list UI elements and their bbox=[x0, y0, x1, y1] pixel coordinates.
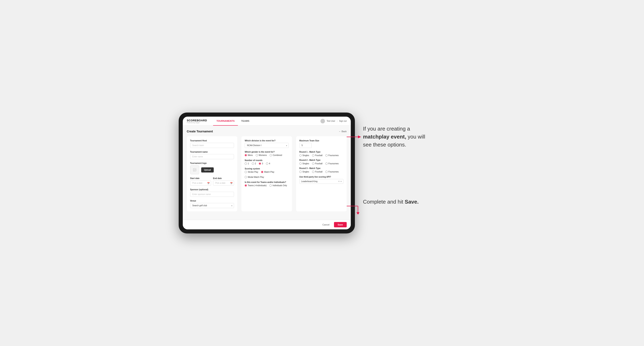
division-select[interactable]: NCAA Division I bbox=[245, 143, 289, 148]
round3-match-type-section: Round 3 - Match Type Singles Fourball bbox=[299, 167, 344, 173]
gender-mens-radio[interactable] bbox=[245, 154, 247, 156]
start-date-label: Start date bbox=[190, 177, 211, 179]
max-team-size-input[interactable] bbox=[299, 143, 312, 148]
scoring-group: Scoring system Stroke Play Match Play bbox=[245, 168, 289, 178]
gender-combined[interactable]: Combined bbox=[270, 154, 282, 156]
round3-foursomes-radio[interactable] bbox=[326, 171, 328, 173]
round2-foursomes-radio[interactable] bbox=[326, 163, 328, 165]
round2-singles-radio[interactable] bbox=[299, 163, 302, 165]
round-4[interactable]: 4 bbox=[266, 163, 270, 165]
tournament-logo-group: Tournament logo Upload bbox=[190, 162, 234, 174]
stroke-play-radio[interactable] bbox=[245, 171, 247, 173]
round-3-radio[interactable] bbox=[259, 163, 261, 165]
end-date-wrapper: 📅 bbox=[213, 180, 234, 185]
api-chevron-icon[interactable]: ▾ bbox=[340, 180, 342, 182]
round1-singles-radio[interactable] bbox=[299, 154, 302, 157]
calendar-icon: 📅 bbox=[207, 182, 210, 184]
teams-plus-radio[interactable] bbox=[245, 184, 247, 187]
round-1[interactable]: 1 bbox=[245, 163, 249, 165]
annotation-bottom: Complete and hit Save. bbox=[363, 198, 424, 206]
svg-marker-6 bbox=[356, 212, 360, 214]
scoring-radio-group: Stroke Play Match Play Medal Match Play bbox=[245, 171, 289, 178]
individuals-only-radio[interactable] bbox=[270, 184, 272, 187]
annotation-top: If you are creating a matchplay event, y… bbox=[363, 125, 433, 149]
round3-foursomes[interactable]: Foursomes bbox=[326, 171, 339, 173]
round1-fourball-radio[interactable] bbox=[312, 154, 314, 157]
round2-fourball[interactable]: Fourball bbox=[312, 163, 322, 165]
round3-singles[interactable]: Singles bbox=[299, 171, 309, 173]
tab-tournaments[interactable]: TOURNAMENTS bbox=[213, 117, 238, 126]
medal-match-play-radio[interactable] bbox=[245, 176, 247, 178]
round1-radio-group: Singles Fourball Foursomes bbox=[299, 154, 344, 157]
left-column: Tournament Host Tournament name Tourname… bbox=[187, 136, 238, 211]
gender-label: Which gender is the event for? bbox=[245, 151, 289, 153]
tournament-host-input[interactable] bbox=[190, 143, 234, 148]
round2-match-type-section: Round 2 - Match Type Singles Fourball bbox=[299, 159, 344, 165]
sponsor-input[interactable] bbox=[190, 192, 234, 197]
api-clear-icon[interactable]: ✕ bbox=[338, 180, 340, 182]
annotation-bottom-text: Complete and hit Save. bbox=[363, 199, 419, 205]
round2-singles[interactable]: Singles bbox=[299, 163, 309, 165]
max-team-size-group: Maximum Team Size bbox=[299, 140, 344, 148]
round3-match-type-label: Round 3 - Match Type bbox=[299, 167, 344, 170]
round1-match-type-label: Round 1 - Match Type bbox=[299, 151, 344, 153]
calendar-icon-end: 📅 bbox=[230, 182, 232, 184]
tablet-frame: SCOREBOARD Powered by clippit TOURNAMENT… bbox=[179, 113, 355, 233]
api-select-wrapper[interactable]: Leaderboard King ✕ ▾ bbox=[299, 179, 344, 184]
start-date-group: Start date 📅 bbox=[190, 177, 211, 185]
round-2[interactable]: 2 bbox=[252, 163, 256, 165]
round-4-radio[interactable] bbox=[266, 163, 268, 165]
round1-match-type-section: Round 1 - Match Type Singles Fourball bbox=[299, 151, 344, 157]
round-1-radio[interactable] bbox=[245, 163, 247, 165]
individuals-only[interactable]: Individuals Only bbox=[270, 184, 287, 187]
stroke-play[interactable]: Stroke Play bbox=[245, 171, 258, 173]
teams-radio-group: Teams (+Individuals) Individuals Only bbox=[245, 184, 289, 187]
back-link[interactable]: ← Back bbox=[339, 130, 347, 133]
gender-group: Which gender is the event for? Mens Wome… bbox=[245, 151, 289, 156]
api-label: Use third-party live scoring API? bbox=[299, 176, 344, 178]
teams-plus-individuals[interactable]: Teams (+Individuals) bbox=[245, 184, 266, 187]
tournament-name-input[interactable] bbox=[190, 154, 234, 159]
upload-button[interactable]: Upload bbox=[201, 167, 214, 173]
logo-preview bbox=[190, 165, 199, 174]
round-3[interactable]: 3 bbox=[259, 163, 263, 165]
gender-womens[interactable]: Womens bbox=[256, 154, 267, 156]
tournament-host-group: Tournament Host bbox=[190, 140, 234, 148]
round1-foursomes-radio[interactable] bbox=[326, 154, 328, 157]
annotation-top-text: If you are creating a matchplay event, y… bbox=[363, 126, 425, 148]
division-group: Which division is the event for? NCAA Di… bbox=[245, 140, 289, 148]
avatar bbox=[320, 119, 325, 123]
division-select-wrapper: NCAA Division I bbox=[245, 143, 289, 148]
round1-singles[interactable]: Singles bbox=[299, 154, 309, 157]
round1-fourball[interactable]: Fourball bbox=[312, 154, 322, 157]
sign-out-link[interactable]: Sign out bbox=[339, 120, 347, 122]
gender-mens[interactable]: Mens bbox=[245, 154, 253, 156]
round-2-radio[interactable] bbox=[252, 163, 254, 165]
venue-select[interactable]: Search golf club bbox=[190, 203, 234, 208]
logo-text: SCOREBOARD bbox=[187, 119, 207, 122]
navbar: SCOREBOARD Powered by clippit TOURNAMENT… bbox=[183, 117, 351, 126]
match-play[interactable]: Match Play bbox=[261, 171, 274, 173]
round1-foursomes[interactable]: Foursomes bbox=[326, 154, 339, 157]
venue-label: Venue bbox=[190, 200, 234, 202]
round3-fourball[interactable]: Fourball bbox=[312, 171, 322, 173]
round3-fourball-radio[interactable] bbox=[312, 171, 314, 173]
gender-womens-radio[interactable] bbox=[256, 154, 258, 156]
round3-singles-radio[interactable] bbox=[299, 171, 302, 173]
api-value: Leaderboard King bbox=[301, 180, 318, 182]
round2-fourball-radio[interactable] bbox=[312, 163, 314, 165]
tab-teams[interactable]: TEAMS bbox=[238, 117, 253, 126]
match-play-radio[interactable] bbox=[261, 171, 263, 173]
round2-foursomes[interactable]: Foursomes bbox=[326, 163, 339, 165]
end-date-label: End date bbox=[213, 177, 234, 179]
gender-combined-radio[interactable] bbox=[270, 154, 272, 156]
save-button[interactable]: Save bbox=[334, 222, 347, 227]
scoring-label: Scoring system bbox=[245, 168, 289, 170]
cancel-button[interactable]: Cancel bbox=[320, 222, 332, 227]
page-header: Create Tournament ← Back bbox=[187, 130, 347, 133]
rounds-radio-group: 1 2 3 bbox=[245, 163, 289, 165]
round2-match-type-label: Round 2 - Match Type bbox=[299, 159, 344, 161]
medal-match-play[interactable]: Medal Match Play bbox=[245, 176, 264, 178]
teams-individuals-group: Is this event for Teams and/or Individua… bbox=[245, 181, 289, 187]
date-group: Start date 📅 End date bbox=[190, 177, 234, 185]
